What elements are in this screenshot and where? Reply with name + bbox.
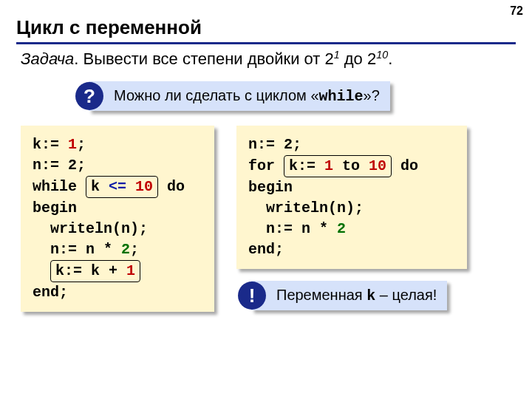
cl-l1b: 1 — [68, 136, 77, 153]
cr-l6: end; — [248, 241, 284, 258]
cr-l2-hl-a: k:= — [289, 157, 324, 174]
cl-l3-hl-op: <= — [109, 178, 126, 195]
cl-l8: end; — [33, 284, 68, 301]
callout-ex-text-b: – целая! — [375, 287, 437, 303]
task-body-a: . Вывести все степени двойки от 2 — [74, 50, 333, 68]
cl-l2: n:= 2; — [33, 157, 86, 174]
exp-1: 1 — [334, 49, 340, 61]
callout-q-text-a: Можно ли сделать с циклом « — [114, 87, 319, 103]
cr-l2a: for — [248, 157, 284, 174]
cl-l3-hl: k <= 10 — [86, 176, 158, 198]
task-mid: до 2 — [340, 50, 377, 68]
cl-l7-hl-b: 1 — [126, 262, 135, 279]
cl-l3b: do — [158, 178, 185, 195]
callout-ex-text-a: Переменная — [276, 287, 366, 303]
task-text: Задача. Вывести все степени двойки от 21… — [21, 49, 392, 69]
callout-ex-mono: k — [366, 287, 375, 304]
cr-l2b: do — [392, 157, 418, 174]
cr-l2-hl-c: to — [333, 157, 369, 174]
callout-q-mono: while — [319, 88, 364, 105]
task-end: . — [388, 50, 392, 68]
cr-l2-hl-b: 1 — [324, 157, 333, 174]
callout-question: ? Можно ли сделать с циклом «while»? — [89, 81, 390, 111]
cr-l5b: 2 — [337, 220, 346, 237]
question-icon: ? — [75, 82, 103, 110]
cl-l3-hl-b: 10 — [126, 178, 153, 195]
code-while: k:= 1; n:= 2; while k <= 10 do begin wri… — [21, 126, 214, 312]
cl-l1a: k:= — [33, 136, 68, 153]
task-label: Задача — [21, 50, 74, 68]
cl-l6a: n:= n * — [33, 241, 121, 258]
cl-l1c: ; — [77, 136, 86, 153]
cr-l2-hl: k:= 1 to 10 — [284, 155, 392, 177]
cl-l7-hl: k:= k + 1 — [50, 260, 140, 282]
cr-l2-hl-d: 10 — [369, 157, 386, 174]
slide-title: Цикл с переменной — [16, 16, 516, 44]
callout-exclaim: ! Переменная k – целая! — [251, 281, 447, 310]
callout-q-text-b: »? — [364, 87, 380, 103]
code-for: n:= 2; for k:= 1 to 10 do begin writeln(… — [236, 126, 467, 269]
cr-l4: writeln(n); — [248, 200, 364, 216]
exclaim-icon: ! — [238, 282, 266, 310]
cr-l1: n:= 2; — [248, 136, 301, 153]
cr-l3: begin — [248, 179, 293, 196]
exp-2: 10 — [376, 49, 388, 61]
cl-l5: writeln(n); — [33, 220, 148, 237]
cl-l6b: 2 — [121, 241, 130, 258]
cl-l4: begin — [33, 200, 77, 216]
cl-l3a: while — [33, 178, 86, 195]
cl-l7-indent — [33, 262, 50, 279]
cl-l6c: ; — [130, 241, 139, 258]
cl-l3-hl-a: k — [91, 178, 109, 195]
cl-l7-hl-a: k:= k + — [55, 262, 126, 279]
cr-l5a: n:= n * — [248, 220, 337, 237]
